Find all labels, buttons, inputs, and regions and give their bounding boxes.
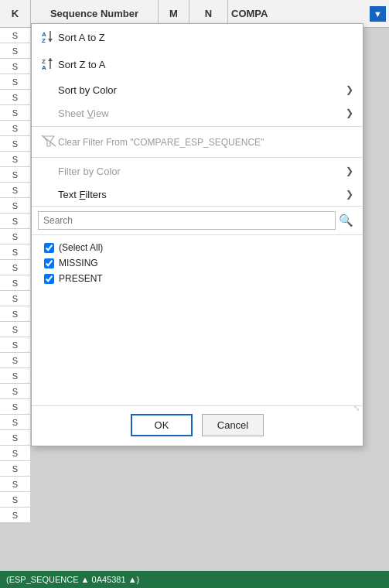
cell-k26: S — [0, 415, 31, 430]
sort-by-color-arrow-icon: ❯ — [346, 84, 353, 95]
cell-k19: S — [0, 306, 31, 322]
cell-k30: S — [0, 477, 31, 492]
cell-k18: S — [0, 291, 31, 306]
status-bar-text: (ESP_SEQUENCE ▲ 0A45381 ▲) — [6, 575, 139, 584]
cell-k16: S — [0, 260, 31, 275]
column-filter-dropdown-button[interactable]: ▼ — [370, 6, 386, 22]
svg-text:A: A — [42, 64, 46, 71]
filter-by-color-arrow-icon: ❯ — [346, 166, 353, 176]
missing-label[interactable]: MISSING — [59, 258, 98, 268]
present-checkbox[interactable] — [44, 274, 54, 284]
cell-k9: S — [0, 152, 31, 167]
clear-filter-label: Clear Filter From "COMPARE_ESP_SEQUENCE" — [58, 137, 353, 148]
cell-k31: S — [0, 492, 31, 508]
select-all-label[interactable]: (Select All) — [59, 242, 103, 253]
cell-k29: S — [0, 461, 31, 477]
cell-k23: S — [0, 368, 31, 384]
ok-button[interactable]: OK — [131, 414, 193, 436]
cell-k3: S — [0, 59, 31, 74]
cell-k1: S — [0, 28, 31, 43]
cell-k10: S — [0, 167, 31, 183]
status-bar: (ESP_SEQUENCE ▲ 0A45381 ▲) — [0, 571, 389, 588]
search-input[interactable] — [38, 211, 336, 230]
cell-k21: S — [0, 337, 31, 353]
cell-k25: S — [0, 399, 31, 415]
select-all-checkbox[interactable] — [44, 243, 54, 253]
cell-k27: S — [0, 430, 31, 446]
cell-k12: S — [0, 198, 31, 214]
present-check-item[interactable]: PRESENT — [44, 271, 357, 286]
sort-by-color-item[interactable]: Sort by Color ❯ — [32, 78, 363, 101]
text-filters-arrow-icon: ❯ — [346, 189, 353, 200]
missing-check-item[interactable]: MISSING — [44, 255, 357, 271]
button-row: OK Cancel — [32, 405, 363, 446]
sort-za-item[interactable]: Z A Sort Z to A — [32, 51, 363, 78]
search-container: 🔍 — [32, 206, 363, 235]
svg-marker-7 — [48, 58, 53, 61]
cell-k2: S — [0, 43, 31, 59]
clear-filter-item[interactable]: Clear Filter From "COMPARE_ESP_SEQUENCE" — [32, 128, 363, 156]
sheet-view-label: Sheet View — [58, 108, 346, 119]
svg-marker-3 — [48, 39, 53, 42]
separator-2 — [32, 157, 363, 158]
select-all-check-item[interactable]: (Select All) — [44, 240, 357, 255]
search-button[interactable]: 🔍 — [336, 214, 357, 227]
resize-handle[interactable]: ⤡ — [353, 404, 361, 412]
cell-k32: S — [0, 508, 31, 523]
cell-k7: S — [0, 121, 31, 136]
cell-k20: S — [0, 322, 31, 337]
sheet-view-arrow-icon: ❯ — [346, 108, 353, 118]
separator-1 — [32, 126, 363, 127]
filter-by-color-item[interactable]: Filter by Color ❯ — [32, 159, 363, 183]
filter-by-color-label: Filter by Color — [58, 166, 346, 177]
cell-k11: S — [0, 183, 31, 198]
sort-by-color-label: Sort by Color — [58, 84, 346, 96]
cell-k14: S — [0, 229, 31, 244]
cell-k17: S — [0, 275, 31, 291]
cell-k28: S — [0, 446, 31, 461]
clear-filter-icon — [41, 133, 58, 151]
cell-k8: S — [0, 136, 31, 152]
sort-za-icon: Z A — [41, 56, 58, 74]
cell-k13: S — [0, 214, 31, 229]
cell-k5: S — [0, 90, 31, 105]
sort-za-label: Sort Z to A — [58, 59, 353, 70]
checklist-container: (Select All) MISSING PRESENT — [32, 235, 363, 405]
cell-k4: S — [0, 74, 31, 90]
cell-k22: S — [0, 353, 31, 368]
filter-dropdown-panel: A Z Sort A to Z Z A Sort Z to A Sort by … — [31, 23, 363, 446]
sort-az-item[interactable]: A Z Sort A to Z — [32, 24, 363, 51]
text-filters-item[interactable]: Text Filters ❯ — [32, 183, 363, 206]
sort-az-icon: A Z — [41, 29, 58, 46]
sheet-view-item[interactable]: Sheet View ❯ — [32, 101, 363, 125]
col-k-header: K — [0, 0, 31, 27]
present-label[interactable]: PRESENT — [59, 273, 103, 284]
text-filters-label: Text Filters — [58, 189, 346, 200]
cell-k15: S — [0, 244, 31, 260]
sort-az-label: Sort A to Z — [58, 32, 353, 43]
missing-checkbox[interactable] — [44, 258, 54, 268]
cancel-button[interactable]: Cancel — [202, 414, 264, 436]
sheet-side-column: S S S S S S S S S S S S S S S S S S S S … — [0, 28, 31, 588]
cell-k6: S — [0, 105, 31, 121]
svg-text:Z: Z — [42, 37, 46, 44]
cell-k24: S — [0, 384, 31, 399]
